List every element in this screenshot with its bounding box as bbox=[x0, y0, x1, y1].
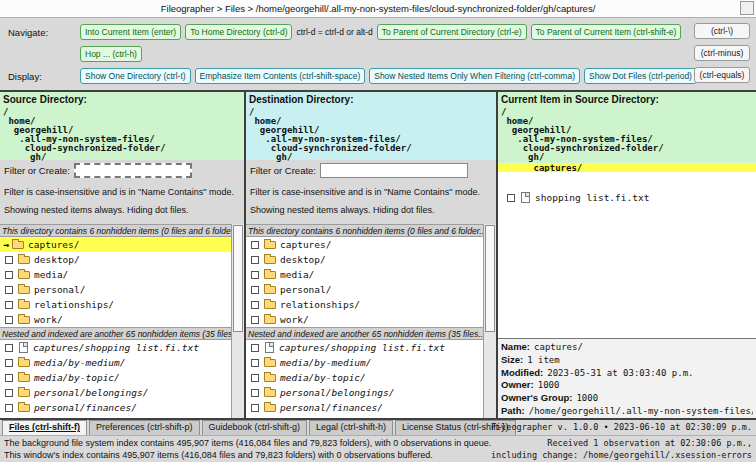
folder-icon bbox=[18, 359, 30, 367]
to-parent-of-current-item-button[interactable]: To Parent of Current Item (ctrl-shift-e) bbox=[531, 24, 682, 40]
tab-files[interactable]: Files (ctrl-shift-f) bbox=[2, 420, 87, 435]
item-checkbox[interactable] bbox=[251, 389, 259, 397]
item-checkbox[interactable] bbox=[5, 286, 13, 294]
list-item[interactable]: media/by-topic/ bbox=[246, 370, 483, 385]
hop-button[interactable]: Hop ... (ctrl-h) bbox=[80, 46, 142, 62]
list-item[interactable]: captures/shopping list.fi.txt bbox=[0, 340, 231, 355]
list-item[interactable]: relationships/ bbox=[246, 297, 483, 312]
list-item[interactable]: personal/ bbox=[0, 282, 231, 297]
list-item[interactable]: media/by-medium/ bbox=[0, 355, 231, 370]
list-item[interactable]: personal/belongings/ bbox=[0, 385, 231, 400]
item-label: relationships/ bbox=[34, 299, 114, 310]
source-list-scrollbar[interactable] bbox=[231, 224, 244, 418]
scrollbar-thumb[interactable] bbox=[233, 225, 243, 332]
navigate-label: Navigate: bbox=[8, 27, 80, 38]
list-item[interactable]: personal/belongings/ bbox=[246, 385, 483, 400]
list-item[interactable]: media/ bbox=[0, 267, 231, 282]
item-checkbox[interactable] bbox=[5, 316, 13, 324]
info-label: Owner's Group: bbox=[501, 392, 572, 403]
folder-icon bbox=[264, 301, 276, 309]
item-checkbox[interactable] bbox=[5, 389, 13, 397]
destination-filter-input[interactable] bbox=[320, 163, 468, 178]
list-item[interactable]: media/by-topic/ bbox=[0, 370, 231, 385]
item-checkbox[interactable] bbox=[251, 241, 259, 249]
item-label: desktop/ bbox=[34, 254, 80, 265]
to-parent-of-current-directory-button[interactable]: To Parent of Current Directory (ctrl-e) bbox=[377, 24, 527, 40]
current-item-contents: shopping list.fi.txt bbox=[498, 172, 756, 338]
item-label: personal/belongings/ bbox=[280, 387, 394, 398]
list-item[interactable]: personal/finances/ bbox=[246, 400, 483, 415]
destination-list-scrollbar[interactable] bbox=[483, 224, 496, 418]
titlebar-scrollbar-button[interactable] bbox=[740, 1, 754, 15]
item-checkbox[interactable] bbox=[5, 271, 13, 279]
list-item[interactable]: relationships/ bbox=[0, 297, 231, 312]
list-item[interactable]: captures/shopping list.fi.txt bbox=[246, 340, 483, 355]
item-checkbox[interactable] bbox=[251, 271, 259, 279]
item-checkbox[interactable] bbox=[251, 286, 259, 294]
tab-guidebook[interactable]: Guidebook (ctrl-shift-g) bbox=[202, 420, 308, 435]
list-item[interactable]: work/ bbox=[246, 312, 483, 327]
item-checkbox[interactable] bbox=[507, 194, 515, 202]
list-item[interactable]: →captures/ bbox=[0, 237, 231, 252]
item-checkbox[interactable] bbox=[251, 301, 259, 309]
folder-icon bbox=[264, 241, 276, 249]
item-checkbox[interactable] bbox=[251, 374, 259, 382]
folder-icon bbox=[264, 359, 276, 367]
display-mode-note: Showing nested items always. Hiding dot … bbox=[250, 205, 494, 215]
info-value: 1000 bbox=[576, 393, 598, 403]
item-label: work/ bbox=[34, 314, 63, 325]
item-label: work/ bbox=[280, 314, 309, 325]
ctrl-backslash-button[interactable]: (ctrl-\) bbox=[694, 23, 750, 39]
list-item[interactable]: personal/ bbox=[246, 282, 483, 297]
info-row: Path:/home/georgehill/.all-my-non-system… bbox=[501, 405, 753, 418]
list-item[interactable]: captures/ bbox=[246, 237, 483, 252]
item-label: media/ bbox=[280, 269, 314, 280]
list-item[interactable]: shopping list.fi.txt bbox=[498, 190, 756, 205]
display-mode-note: Showing nested items always. Hiding dot … bbox=[4, 205, 242, 215]
current-item-arrow-icon: → bbox=[3, 237, 9, 252]
item-checkbox[interactable] bbox=[251, 344, 259, 352]
destination-directory-panel: Destination Directory: / home/ georgehil… bbox=[246, 92, 498, 418]
statusbar: The background file system index contain… bbox=[0, 435, 756, 462]
ctrl-d-note: ctrl-d = ctrl-d or alt-d bbox=[296, 27, 372, 37]
info-label: Modified: bbox=[501, 367, 543, 378]
item-checkbox[interactable] bbox=[251, 316, 259, 324]
folder-icon bbox=[18, 301, 30, 309]
observation-status-line2: including change: /home/georgehill/.xses… bbox=[491, 449, 752, 461]
to-home-directory-button[interactable]: To Home Directory (ctrl-d) bbox=[185, 24, 292, 40]
item-checkbox[interactable] bbox=[251, 359, 259, 367]
item-checkbox[interactable] bbox=[5, 344, 13, 352]
folder-icon bbox=[18, 374, 30, 382]
ctrl-equals-button[interactable]: (ctrl-equals) bbox=[694, 67, 750, 83]
list-item[interactable]: media/by-medium/ bbox=[246, 355, 483, 370]
show-one-directory-button[interactable]: Show One Directory (ctrl-t) bbox=[80, 68, 191, 84]
item-checkbox[interactable] bbox=[5, 374, 13, 382]
source-direct-items: →captures/desktop/media/personal/relatio… bbox=[0, 237, 231, 327]
tab-legal[interactable]: Legal (ctrl-shift-h) bbox=[309, 420, 393, 435]
item-checkbox[interactable] bbox=[251, 256, 259, 264]
item-checkbox[interactable] bbox=[251, 404, 259, 412]
item-checkbox[interactable] bbox=[5, 301, 13, 309]
list-item[interactable]: media/ bbox=[246, 267, 483, 282]
item-checkbox[interactable] bbox=[5, 404, 13, 412]
list-item[interactable]: work/ bbox=[0, 312, 231, 327]
file-icon bbox=[521, 192, 530, 203]
tab-preferences[interactable]: Preferences (ctrl-shift-p) bbox=[89, 420, 200, 435]
ctrl-minus-button[interactable]: (ctrl-minus) bbox=[694, 45, 750, 61]
source-filter-row: Filter or Create: bbox=[0, 160, 244, 180]
into-current-item-button[interactable]: Into Current Item (enter) bbox=[80, 24, 181, 40]
item-label: personal/ bbox=[34, 284, 85, 295]
list-item[interactable]: desktop/ bbox=[0, 252, 231, 267]
source-filter-input[interactable] bbox=[74, 163, 192, 178]
show-dot-files-button[interactable]: Show Dot Files (ctrl-period) bbox=[584, 68, 697, 84]
item-checkbox[interactable] bbox=[5, 359, 13, 367]
folder-icon bbox=[18, 404, 30, 412]
list-item[interactable]: personal/finances/ bbox=[0, 400, 231, 415]
show-nested-items-button[interactable]: Show Nested Items Only When Filtering (c… bbox=[369, 68, 580, 84]
emphasize-item-contents-button[interactable]: Emphasize Item Contents (ctrl-shift-spac… bbox=[195, 68, 366, 84]
scrollbar-thumb[interactable] bbox=[485, 225, 495, 332]
destination-filter-row: Filter or Create: bbox=[246, 160, 496, 180]
list-item[interactable]: desktop/ bbox=[246, 252, 483, 267]
item-checkbox[interactable] bbox=[5, 256, 13, 264]
filter-mode-note: Filter is case-insensitive and is in "Na… bbox=[250, 187, 494, 197]
